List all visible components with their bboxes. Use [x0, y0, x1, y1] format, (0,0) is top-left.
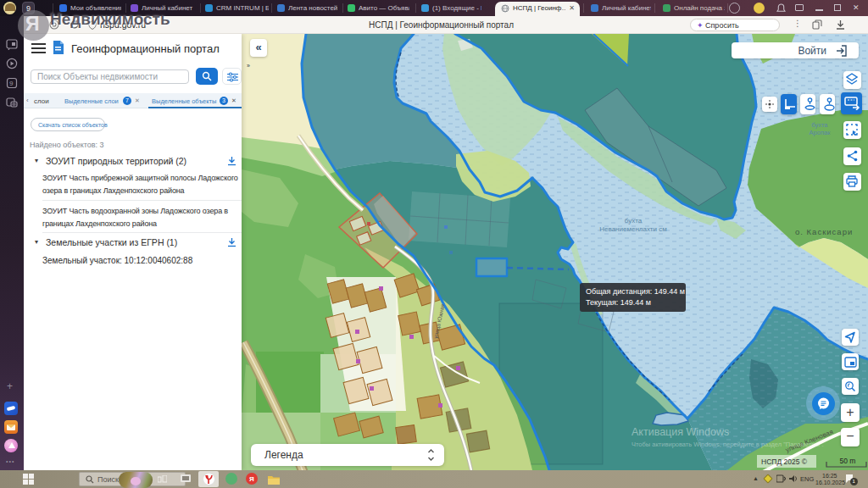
svg-text:о. Каскисари: о. Каскисари: [795, 227, 853, 236]
svg-text:Активация Windows: Активация Windows: [632, 426, 729, 438]
svg-text:Аропак: Аропак: [810, 129, 832, 136]
svg-text:бухта: бухта: [811, 121, 828, 129]
svg-text:Неваниеменлахти см: Неваниеменлахти см: [599, 225, 666, 233]
svg-text:бухта: бухта: [625, 217, 643, 225]
svg-text:50 m: 50 m: [840, 457, 856, 465]
svg-text:НСПД 2025 ©: НСПД 2025 ©: [761, 458, 808, 466]
svg-text:9: 9: [9, 80, 14, 87]
svg-text:Чтобы активировать Windows, пе: Чтобы активировать Windows, перейдите в …: [632, 441, 824, 448]
